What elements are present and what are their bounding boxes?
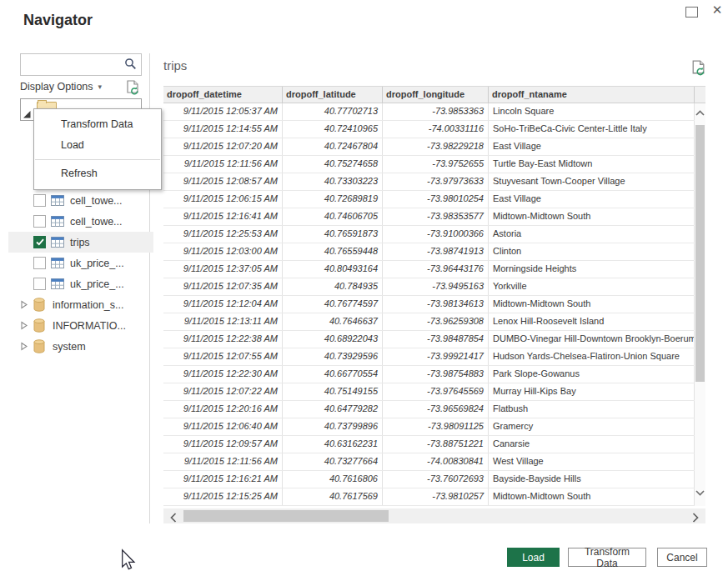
tree-item-label: cell_towe...	[70, 195, 123, 207]
scroll-down-icon[interactable]	[695, 488, 705, 498]
refresh-preview-icon[interactable]	[690, 60, 706, 81]
cell-dropoff_datetime: 9/11/2015 12:11:56 AM	[163, 453, 283, 470]
expand-arrow-icon[interactable]	[20, 342, 31, 351]
menu-item-load[interactable]: Load	[34, 135, 161, 156]
navigator-dialog: Navigator ✕ Display Options▾	[0, 0, 728, 576]
tree-item-label: system	[53, 341, 86, 353]
checkbox-unchecked[interactable]	[33, 194, 46, 207]
load-button[interactable]: Load	[507, 548, 560, 567]
checkbox-unchecked[interactable]	[33, 278, 46, 290]
maximize-icon[interactable]	[685, 7, 698, 18]
checkbox-unchecked[interactable]	[33, 257, 46, 269]
context-menu: Transform Data Load Refresh	[33, 108, 162, 190]
table-row: 9/11/2015 12:09:57 AM40.63162231-73.8875…	[163, 436, 705, 453]
cell-dropoff_ntaname: Astoria	[489, 226, 695, 243]
table-icon	[51, 195, 64, 206]
table-row: 9/11/2015 12:12:04 AM40.76774597-73.9813…	[163, 296, 705, 313]
database-icon	[33, 318, 45, 333]
refresh-source-icon[interactable]	[125, 80, 140, 99]
transform-data-button[interactable]: Transform Data	[568, 548, 646, 567]
cell-dropoff_latitude: 40.80493164	[283, 261, 383, 278]
table-icon	[51, 278, 64, 289]
cell-dropoff_ntaname: Park Slope-Gowanus	[489, 366, 695, 383]
column-header-dropoff_longitude: dropoff_longitude	[383, 87, 489, 103]
search-box[interactable]	[20, 53, 142, 76]
tree-item-informatio[interactable]: INFORMATIO...	[20, 315, 145, 336]
cell-dropoff_latitude: 40.7646637	[283, 313, 383, 330]
cell-dropoff_ntaname: Murray Hill-Kips Bay	[489, 383, 695, 400]
cell-dropoff_ntaname: Morningside Heights	[489, 261, 695, 278]
close-icon[interactable]: ✕	[710, 3, 725, 18]
cell-dropoff_ntaname: Lenox Hill-Roosevelt Island	[489, 313, 695, 330]
table-row: 9/11/2015 12:14:55 AM40.72410965-74.0033…	[163, 121, 705, 138]
horizontal-scrollbar-thumb[interactable]	[183, 510, 389, 522]
tree-item-trips[interactable]: trips	[8, 232, 153, 253]
table-row: 9/11/2015 12:11:56 AM40.75274658-73.9752…	[163, 156, 705, 173]
cell-dropoff_latitude: 40.72467804	[283, 138, 383, 155]
display-options-dropdown[interactable]: Display Options	[20, 81, 93, 93]
cell-dropoff_ntaname: Yorkville	[489, 278, 695, 295]
cell-dropoff_ntaname: East Village	[489, 138, 695, 155]
scroll-up-icon[interactable]	[695, 108, 705, 118]
table-icon	[51, 216, 64, 227]
cell-dropoff_ntaname: West Village	[489, 453, 695, 470]
cancel-button[interactable]: Cancel	[657, 548, 707, 567]
cell-dropoff_longitude: -73.9495163	[383, 278, 489, 295]
checkbox-checked[interactable]	[33, 236, 46, 248]
cell-dropoff_longitude: -74.00830841	[383, 453, 489, 470]
tree-item-information-s[interactable]: information_s...	[20, 294, 145, 315]
cell-dropoff_longitude: -73.91000366	[383, 226, 489, 243]
cell-dropoff_ntaname: Turtle Bay-East Midtown	[489, 156, 695, 173]
cell-dropoff_longitude: -73.98487854	[383, 331, 489, 348]
preview-title: trips	[163, 58, 187, 73]
cell-dropoff_longitude: -73.98754883	[383, 366, 489, 383]
table-row: 9/11/2015 12:07:35 AM40.784935-73.949516…	[163, 278, 705, 296]
expanded-root-icon[interactable]	[23, 107, 31, 122]
tree-item-label: uk_price_...	[70, 258, 124, 269]
cell-dropoff_datetime: 9/11/2015 12:05:37 AM	[163, 103, 283, 120]
tree-item-label: INFORMATIO...	[53, 320, 126, 332]
menu-item-transform-data[interactable]: Transform Data	[34, 114, 161, 135]
tree-item-uk-price[interactable]: uk_price_...	[20, 273, 145, 294]
expand-arrow-icon[interactable]	[20, 300, 31, 309]
cell-dropoff_latitude: 40.7617569	[283, 488, 383, 505]
cell-dropoff_datetime: 9/11/2015 12:16:21 AM	[163, 471, 283, 488]
expand-arrow-icon[interactable]	[20, 321, 31, 330]
search-input[interactable]	[24, 56, 123, 73]
cell-dropoff_latitude: 40.76774597	[283, 296, 383, 313]
checkbox-unchecked[interactable]	[33, 215, 46, 228]
column-header-dropoff_datetime: dropoff_datetime	[163, 87, 283, 103]
tree-item-system[interactable]: system	[20, 336, 145, 357]
table-row: 9/11/2015 12:15:25 AM40.7617569-73.98102…	[163, 488, 705, 506]
tree-item-cell-towe[interactable]: cell_towe...	[20, 190, 145, 211]
cell-dropoff_latitude: 40.72689819	[283, 191, 383, 208]
horizontal-scrollbar[interactable]	[163, 508, 705, 523]
vertical-scrollbar-thumb[interactable]	[695, 125, 705, 382]
tree-item-uk-price[interactable]: uk_price_...	[20, 253, 145, 273]
cell-dropoff_datetime: 9/11/2015 12:06:15 AM	[163, 191, 283, 208]
cell-dropoff_longitude: -73.97973633	[383, 173, 489, 190]
table-row: 9/11/2015 12:07:55 AM40.73929596-73.9992…	[163, 348, 705, 366]
scroll-right-icon[interactable]	[692, 511, 699, 526]
cell-dropoff_latitude: 40.63162231	[283, 436, 383, 453]
vertical-scrollbar[interactable]	[695, 103, 705, 506]
cell-dropoff_longitude: -73.98741913	[383, 243, 489, 260]
scroll-left-icon[interactable]	[170, 511, 177, 526]
navigation-tree: cell_towe...cell_towe...cell_towe...trip…	[20, 169, 145, 357]
cell-dropoff_datetime: 9/11/2015 12:08:57 AM	[163, 173, 283, 190]
cell-dropoff_latitude: 40.73277664	[283, 453, 383, 470]
dropdown-caret-icon[interactable]: ▾	[98, 83, 103, 91]
cell-dropoff_ntaname: Canarsie	[489, 436, 695, 453]
search-icon[interactable]	[124, 58, 137, 73]
cell-dropoff_latitude: 40.784935	[283, 278, 383, 295]
cell-dropoff_datetime: 9/11/2015 12:37:05 AM	[163, 261, 283, 278]
cell-dropoff_longitude: -74.00331116	[383, 121, 489, 138]
table-row: 9/11/2015 12:16:41 AM40.74606705-73.9835…	[163, 208, 705, 226]
cell-dropoff_datetime: 9/11/2015 12:13:11 AM	[163, 313, 283, 330]
menu-item-refresh[interactable]: Refresh	[34, 163, 161, 184]
cell-dropoff_ntaname: SoHo-TriBeCa-Civic Center-Little Italy	[489, 121, 695, 138]
tree-item-cell-towe[interactable]: cell_towe...	[20, 211, 145, 232]
cell-dropoff_latitude: 40.7616806	[283, 471, 383, 488]
table-row: 9/11/2015 12:11:56 AM40.73277664-74.0083…	[163, 453, 705, 471]
cell-dropoff_ntaname: Lincoln Square	[489, 103, 695, 120]
